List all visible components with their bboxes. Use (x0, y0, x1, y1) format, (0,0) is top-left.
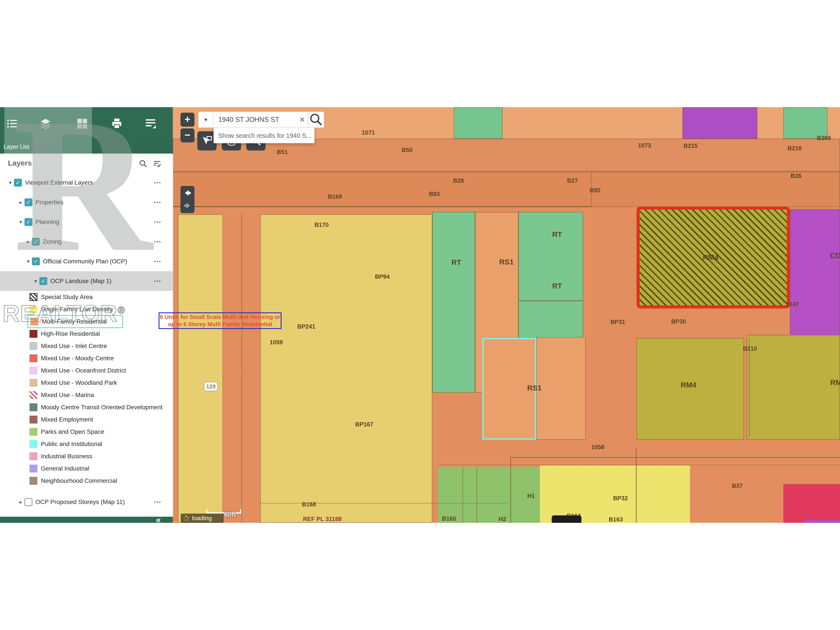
expand-open-icon[interactable]: ▸ (17, 499, 25, 505)
expand-collapse-icon[interactable]: ▾ (17, 219, 25, 225)
list-icon[interactable] (5, 116, 19, 131)
legend-item-mixed-use-inlet-centre: Mixed Use - Inlet Centre (0, 340, 173, 352)
map-label-1058: 1058 (591, 444, 605, 451)
map-label-h2: H2 (499, 516, 506, 523)
rt-west[interactable] (432, 212, 475, 393)
layers-icon[interactable] (38, 116, 52, 131)
map-label-b50: B50 (402, 147, 412, 153)
item-label: Public and Institutional (41, 441, 102, 448)
sidebar: Layer List Layers ▾✓Viewport External La… (0, 107, 173, 523)
legend-swatch (30, 293, 38, 301)
sidebar-item-ocp-proposed-storeys-map-11[interactable]: ▸OCP Proposed Storeys (Map 11)••• (0, 492, 173, 512)
layer-checkbox[interactable]: ✓ (32, 238, 40, 246)
item-label: Mixed Use - Moody Centre (41, 355, 114, 362)
row-menu-dots[interactable]: ••• (154, 279, 161, 284)
strip-green-east[interactable] (783, 107, 827, 139)
row-menu-dots[interactable]: ••• (154, 500, 161, 505)
row-content: Mixed Use - Inlet Centre (30, 342, 107, 350)
yellow-west-strip[interactable] (178, 215, 223, 523)
map-label-rm4: RM4 (681, 381, 696, 389)
map-label-rm4: RM4 (703, 253, 718, 261)
legend-item-multi-family-residential: Multi-Family Residential (0, 316, 173, 328)
forward-arrow-icon[interactable] (183, 201, 192, 210)
row-content: ✓Zoning (32, 238, 62, 246)
legend-item-mixed-use-woodland-park: Mixed Use - Woodland Park (0, 377, 173, 389)
layer-checkbox[interactable]: ✓ (14, 179, 22, 186)
legend-swatch (30, 354, 38, 362)
map-label-b27: B27 (567, 177, 578, 184)
yellow-main[interactable] (260, 215, 433, 523)
expand-open-icon[interactable]: ▸ (17, 199, 25, 205)
layer-checkbox[interactable]: ✓ (25, 218, 32, 226)
survey-line (260, 503, 507, 504)
sidebar-item-ocp-landuse-map-1[interactable]: ▾✓OCP Landuse (Map 1)••• (0, 271, 173, 291)
clear-search-icon[interactable]: × (300, 112, 305, 127)
row-content: Industrial Business (30, 452, 92, 460)
legend-item-high-rise-residential: High-Rise Residential (0, 328, 173, 340)
survey-line (440, 465, 840, 465)
grid-icon[interactable] (75, 116, 89, 131)
parcel-cd[interactable] (790, 209, 840, 336)
item-label: OCP Landuse (Map 1) (50, 278, 112, 284)
strip-green-west[interactable] (454, 107, 502, 139)
sidebar-item-official-community-plan-ocp[interactable]: ▾✓Official Community Plan (OCP)••• (0, 251, 173, 271)
expand-open-icon[interactable]: ▸ (25, 238, 32, 245)
parcel-b26[interactable] (591, 172, 840, 207)
legend-swatch (30, 465, 38, 472)
row-menu-dots[interactable]: ••• (154, 180, 161, 185)
parcel-neighbor[interactable] (536, 337, 586, 440)
search-suggestion[interactable]: Show search results for 1940 S... (213, 128, 314, 143)
survey-line (477, 467, 477, 523)
expand-collapse-icon[interactable]: ▾ (25, 258, 32, 264)
layers-filter-icon[interactable] (153, 159, 161, 168)
map-label-b26: B26 (791, 172, 802, 179)
layers-search-icon[interactable] (139, 159, 147, 168)
row-st-johns[interactable] (173, 139, 840, 172)
screenshot-canvas: + − ▼ 1940 ST JOHNS ST × Show search res… (0, 0, 840, 630)
search-button[interactable] (308, 112, 324, 128)
sidebar-item-planning[interactable]: ▾✓Planning••• (0, 212, 173, 232)
item-label: Planning (35, 218, 59, 226)
search-bar: ▼ 1940 ST JOHNS ST × (198, 112, 324, 128)
legend-item-mixed-use-moody-centre: Mixed Use - Moody Centre (0, 352, 173, 365)
sidebar-item-zoning[interactable]: ▸✓Zoning••• (0, 232, 173, 251)
map-label-b266: B266 (817, 134, 831, 141)
legend-icon[interactable] (144, 116, 158, 131)
yellow-south[interactable] (540, 466, 690, 523)
parks-south[interactable] (438, 467, 540, 523)
expand-collapse-icon[interactable]: ▾ (32, 278, 39, 284)
search-icon (308, 112, 324, 128)
sidebar-item-properties[interactable]: ▸✓Properties••• (0, 193, 173, 212)
zoom-in-button[interactable]: + (180, 113, 194, 127)
item-label: Parks and Open Space (41, 428, 104, 435)
layer-checkbox[interactable]: ✓ (39, 277, 47, 285)
row-menu-dots[interactable]: ••• (154, 219, 161, 225)
back-arrow-icon[interactable] (183, 189, 192, 197)
layer-checkbox[interactable] (25, 498, 32, 506)
row-content: Mixed Employment (30, 415, 93, 423)
map-label-bp94: BP94 (375, 273, 390, 280)
search-input[interactable]: 1940 ST JOHNS ST × (213, 112, 308, 128)
expand-collapse-icon[interactable]: ▾ (6, 180, 14, 186)
collapse-panel-icon[interactable]: « (156, 515, 161, 523)
row-menu-dots[interactable]: ••• (154, 200, 161, 205)
map-label-1073: 1073 (638, 142, 651, 149)
strip-purple[interactable] (682, 107, 757, 139)
item-label: Multi-Family Residential (42, 318, 107, 325)
layer-checkbox[interactable]: ✓ (25, 198, 32, 206)
legend-swatch (30, 379, 38, 387)
print-icon[interactable] (110, 116, 124, 131)
search-source-dropdown[interactable]: ▼ (198, 112, 213, 128)
sidebar-item-viewport-external-layers[interactable]: ▾✓Viewport External Layers••• (0, 173, 173, 193)
legend-swatch (30, 428, 38, 436)
search-input-value: 1940 ST JOHNS ST (218, 112, 279, 128)
rt-northeast[interactable] (518, 212, 583, 301)
rm4-east[interactable] (747, 335, 840, 440)
row-menu-dots[interactable]: ••• (154, 259, 161, 264)
layer-checkbox[interactable]: ✓ (32, 257, 40, 265)
legend-item-parks-and-open-space: Parks and Open Space (0, 426, 173, 438)
purple-sliver[interactable] (804, 520, 840, 523)
zoom-out-button[interactable]: − (180, 128, 194, 142)
row-menu-dots[interactable]: ••• (154, 239, 161, 244)
red-south[interactable] (783, 484, 840, 523)
